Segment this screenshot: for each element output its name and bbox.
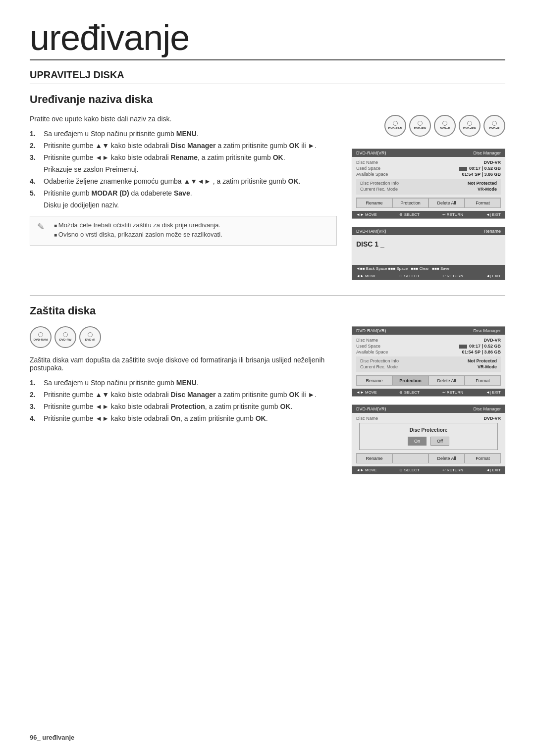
rename-hint: ◄■■ Back Space ■■■ Space ■■■ Clear ■■■ S… bbox=[352, 265, 505, 272]
disc-icon-dvd-plusrw: DVD+RW bbox=[459, 115, 481, 137]
screenshot-header-left: DVD-RAM(VR) bbox=[356, 328, 386, 333]
footer-label: 96_ uređivanje bbox=[30, 734, 74, 741]
rename-button[interactable]: Rename bbox=[356, 376, 392, 386]
rename-button[interactable]: Rename bbox=[356, 198, 392, 208]
step-text: Pritisnite gumbe ◄► kako biste odabrali … bbox=[44, 153, 337, 161]
ui-row: Available Space 01:54 SP | 3.86 GB bbox=[356, 350, 501, 354]
step-text: Pritisnite gumbe ◄► kako biste odabrali … bbox=[44, 403, 337, 410]
off-button[interactable]: Off bbox=[430, 437, 449, 446]
ui-value: 00:17 | 0.52 GB bbox=[459, 344, 501, 349]
ui-nav-row: ◄► MOVE ⊕ SELECT ↩ RETURN ◄| EXIT bbox=[352, 272, 505, 280]
step-text: Prikazuje se zaslon Preimenuj. bbox=[44, 165, 337, 173]
ui-row: Disc Name DVD-VR bbox=[356, 160, 501, 165]
list-item: 5. Pritisnite gumb MODAR (D) da odaberet… bbox=[30, 189, 337, 197]
section-title: UPRAVITELJ DISKA bbox=[30, 69, 505, 81]
delete-all-button[interactable]: Delete All bbox=[428, 376, 465, 386]
nav-text: ◄| EXIT bbox=[486, 274, 501, 278]
ui-info-block: Disc Protection Info Not Protected Curre… bbox=[356, 356, 501, 372]
step-text: Pritisnite gumbe ▲▼ kako biste odabrali … bbox=[44, 391, 337, 399]
step-num: 3. bbox=[30, 403, 40, 410]
step-num: 2. bbox=[30, 142, 40, 150]
subsection-title-2: Zaštita diska bbox=[30, 304, 505, 317]
delete-all-button[interactable]: Delete All bbox=[428, 198, 465, 208]
screenshot-header: DVD-RAM(VR) Rename bbox=[352, 227, 505, 235]
ui-value: VR-Mode bbox=[478, 364, 497, 369]
ui-value: 00:17 | 0.52 GB bbox=[459, 166, 501, 171]
nav-text: ◄► MOVE bbox=[356, 390, 377, 395]
disc-icon-dvd-ram: DVD-RAM bbox=[384, 115, 406, 137]
step-text: Pritisnite gumb MODAR (D) da odaberete S… bbox=[44, 189, 337, 197]
intro-text-2: Zaštita diska vam dopušta da zaštitite s… bbox=[30, 356, 337, 372]
rename-button[interactable]: Rename bbox=[356, 454, 392, 463]
on-button[interactable]: On bbox=[408, 437, 427, 446]
screenshot-header-left: DVD-RAM(VR) bbox=[356, 151, 386, 155]
subsection-divider-1 bbox=[30, 84, 505, 84]
note-content: Možda ćete trebati očistiti zaštitu za d… bbox=[54, 221, 329, 240]
screenshot-header: DVD-RAM(VR) Disc Manager bbox=[352, 327, 505, 335]
list-item: 4. Odaberite željene znamenke pomoću gum… bbox=[30, 177, 337, 185]
content-right-1: DVD-RAM DVD-RW DVD+R DVD+RW bbox=[347, 115, 505, 280]
nav-text: ↩ RETURN bbox=[442, 468, 464, 472]
ui-value: 01:54 SP | 3.86 GB bbox=[462, 172, 501, 177]
nav-text: ◄| EXIT bbox=[486, 390, 501, 395]
step-num: 1. bbox=[30, 130, 40, 138]
format-button[interactable]: Format bbox=[465, 376, 501, 386]
subsection-divider-2 bbox=[30, 295, 505, 296]
ui-row: Used Space 00:17 | 0.52 GB bbox=[356, 344, 501, 349]
screenshot-body: Disc Name DVD-VR Used Space 00:17 | 0.52… bbox=[352, 157, 505, 211]
protection-button[interactable]: Protection bbox=[392, 198, 428, 208]
ui-label: Available Space bbox=[356, 172, 396, 177]
nav-text: ◄| EXIT bbox=[486, 468, 501, 472]
screenshot-header: DVD-RAM(VR) Disc Manager bbox=[352, 405, 505, 413]
ui-nav-row: ◄► MOVE ⊕ SELECT ↩ RETURN ◄| EXIT bbox=[352, 211, 505, 218]
dialog-title: Disc Protection: bbox=[364, 427, 493, 433]
content-row-1: Pratite ove upute kako biste dali naziv … bbox=[30, 115, 505, 280]
list-item: 1. Sa uređajem u Stop načinu pritisnite … bbox=[30, 130, 337, 138]
screenshot-header-left: DVD-RAM(VR) bbox=[356, 229, 386, 234]
note-item: Ovisno o vrsti diska, prikazani zaslon m… bbox=[54, 231, 329, 238]
step-text: Pritisnite gumbe ◄► kako biste odabrali … bbox=[44, 414, 337, 422]
step-text: Odaberite željene znamenke pomoću gumba … bbox=[44, 177, 337, 185]
list-item: Disku je dodijeljen naziv. bbox=[30, 201, 337, 209]
intro-text-1: Pratite ove upute kako biste dali naziv … bbox=[30, 115, 337, 123]
ui-label: Current Rec. Mode bbox=[360, 364, 400, 369]
step-num bbox=[30, 165, 40, 173]
dialog-buttons: On Off bbox=[364, 437, 493, 446]
disc-icon-dvd-r-2: DVD+R bbox=[79, 326, 101, 348]
ui-info-block: Disc Protection Info Not Protected Curre… bbox=[356, 179, 501, 195]
disc-icons-row-2: DVD-RAM DVD-RW DVD+R bbox=[30, 326, 337, 348]
note-item: Možda ćete trebati očistiti zaštitu za d… bbox=[54, 221, 329, 229]
format-button[interactable]: Format bbox=[465, 454, 501, 463]
list-item: 2. Pritisnite gumbe ▲▼ kako biste odabra… bbox=[30, 142, 337, 150]
ui-label: Current Rec. Mode bbox=[360, 187, 400, 192]
ui-value: DVD-VR bbox=[483, 338, 501, 343]
nav-text: ◄► MOVE bbox=[356, 274, 377, 278]
screenshot-rename: DVD-RAM(VR) Rename DISC 1 _ ◄■■ Back Spa… bbox=[352, 227, 505, 280]
disc-icon-dvd-rw-2: DVD-RW bbox=[54, 326, 76, 348]
step-text: Disku je dodijeljen naziv. bbox=[44, 201, 337, 209]
rename-body: DISC 1 _ bbox=[352, 235, 505, 265]
step-num: 1. bbox=[30, 379, 40, 387]
protection-dialog: Disc Protection: On Off bbox=[359, 423, 498, 450]
nav-text: ⊕ SELECT bbox=[399, 212, 419, 217]
format-button[interactable]: Format bbox=[465, 198, 501, 208]
ui-label: Disc Protection Info bbox=[360, 358, 400, 363]
screenshot-disc-manager-2: DVD-RAM(VR) Disc Manager Disc Name DVD-V… bbox=[352, 326, 505, 397]
list-item: 3. Pritisnite gumbe ◄► kako biste odabra… bbox=[30, 403, 337, 410]
subsection-title-1: Uređivanje naziva diska bbox=[30, 93, 505, 106]
ui-row: Available Space 01:54 SP | 3.86 GB bbox=[356, 172, 501, 177]
ui-buttons-row: Rename Protection Delete All Format bbox=[356, 198, 501, 208]
empty-button bbox=[392, 454, 428, 463]
ui-value: DVD-VR bbox=[483, 416, 501, 421]
nav-text: ◄| EXIT bbox=[486, 212, 501, 217]
step-num: 5. bbox=[30, 189, 40, 197]
nav-text: ⊕ SELECT bbox=[399, 274, 419, 278]
note-icon: ✎ bbox=[37, 221, 49, 240]
list-item: 1. Sa uređajem u Stop načinu pritisnite … bbox=[30, 379, 337, 387]
note-box-1: ✎ Možda ćete trebati očistiti zaštitu za… bbox=[30, 216, 337, 246]
protection-button[interactable]: Protection bbox=[392, 376, 428, 386]
step-text: Sa uređajem u Stop načinu pritisnite gum… bbox=[44, 379, 337, 387]
screenshot-body: Disc Name DVD-VR Disc Protection: On Off… bbox=[352, 413, 505, 466]
delete-all-button[interactable]: Delete All bbox=[428, 454, 465, 463]
subsection-zastita: Zaštita diska DVD-RAM DVD-RW DVD bbox=[30, 304, 505, 474]
